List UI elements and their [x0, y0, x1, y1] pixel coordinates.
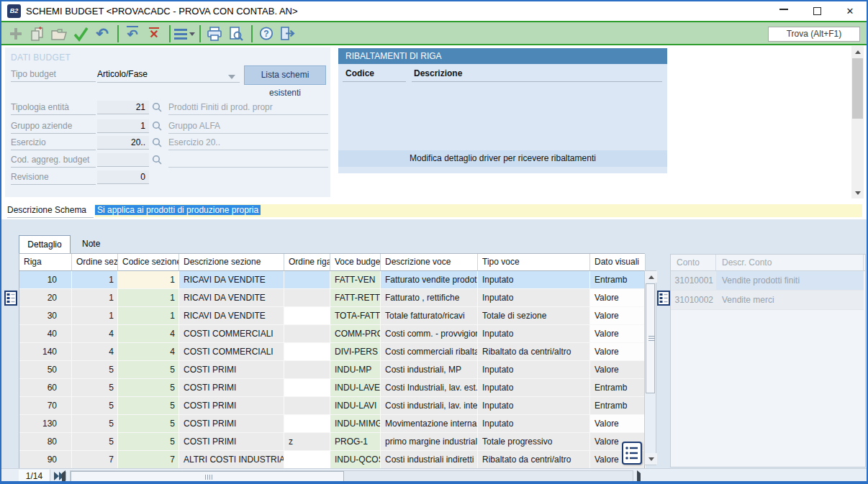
grid-cell[interactable]: COSTI COMMERCIALI: [179, 343, 284, 361]
grid-cell[interactable]: RICAVI DA VENDITE: [179, 271, 284, 289]
grid-cell[interactable]: [284, 271, 330, 289]
grid-cell[interactable]: 5: [72, 361, 118, 379]
grid-column-header[interactable]: Tipo voce: [478, 254, 590, 271]
tab-dettaglio[interactable]: Dettaglio: [19, 235, 71, 253]
grid-cell[interactable]: 30: [19, 307, 72, 325]
grid-cell[interactable]: [284, 397, 330, 415]
table-row[interactable]: 9077ALTRI COSTI INDUSTRIALIINDU-QCOSCost…: [19, 451, 644, 469]
grid-cell[interactable]: z: [284, 433, 330, 451]
grid-cell[interactable]: 5: [72, 379, 118, 397]
grid-cell[interactable]: INDU-MP: [330, 361, 381, 379]
grid-cell[interactable]: Inputato: [478, 379, 590, 397]
grid-cell[interactable]: 140: [19, 343, 72, 361]
find-shortcut[interactable]: Trova (Alt+F1): [768, 27, 860, 42]
grid-cell[interactable]: [284, 307, 330, 325]
revert-icon[interactable]: ↶: [122, 25, 143, 42]
conti-column-header[interactable]: Descr. Conto: [716, 255, 864, 270]
grid-cell[interactable]: PROG-1: [330, 433, 381, 451]
grid-column-header[interactable]: Descrizione sezione: [179, 254, 284, 271]
search-icon[interactable]: [151, 101, 166, 114]
grid-cell[interactable]: Valore: [590, 343, 646, 361]
table-row[interactable]: 13055COSTI PRIMIINDU-MIMGMovimentazione …: [19, 415, 644, 433]
zoom-list-icon[interactable]: [622, 442, 642, 465]
grid-cell[interactable]: 1: [118, 271, 179, 289]
print-preview-icon[interactable]: [226, 25, 246, 42]
grid-cell[interactable]: 4: [72, 343, 118, 361]
grid-column-header[interactable]: Riga: [19, 254, 72, 271]
tab-note[interactable]: Note: [82, 239, 100, 249]
search-icon[interactable]: [151, 137, 166, 150]
grid-cell[interactable]: Ribaltato da centri/altro: [478, 451, 590, 469]
table-row[interactable]: 14044COSTI COMMERCIALIDIVI-PERSCosti com…: [19, 343, 644, 361]
grid-cell[interactable]: INDU-MIMG: [330, 415, 381, 433]
grid-cell[interactable]: Fatturato vendite prodotti: [381, 271, 478, 289]
scroll-down-icon[interactable]: [851, 187, 864, 198]
field-value-input[interactable]: 21: [97, 101, 149, 114]
column-header-codice[interactable]: Codice: [345, 68, 374, 78]
field-value-input[interactable]: 0: [97, 170, 149, 184]
conti-column-header[interactable]: Conto: [671, 255, 716, 270]
column-header-descrizione[interactable]: Descrizione: [414, 68, 462, 78]
grid-cell[interactable]: 80: [19, 433, 72, 451]
grid-cell[interactable]: 5: [118, 379, 179, 397]
grid-cell[interactable]: Costi Industriali, lav. est...: [381, 379, 478, 397]
grid-cell[interactable]: Valore: [590, 325, 646, 343]
grid-cell[interactable]: 7: [118, 451, 179, 469]
table-row[interactable]: 7055COSTI PRIMIINDU-LAVICosti industrial…: [19, 397, 644, 415]
grid-cell[interactable]: 5: [118, 415, 179, 433]
grid-cell[interactable]: Valore: [590, 289, 646, 307]
grid-cell[interactable]: 4: [118, 325, 179, 343]
scrollbar-thumb[interactable]: [646, 283, 655, 393]
grid-column-header[interactable]: Descrizione voce: [381, 254, 478, 271]
new-icon[interactable]: [6, 25, 26, 42]
scrollbar-thumb[interactable]: [71, 471, 344, 482]
scroll-down-icon[interactable]: [645, 453, 657, 465]
grid-cell[interactable]: Valore: [590, 361, 646, 379]
grid-cell[interactable]: COSTI COMMERCIALI: [179, 325, 284, 343]
descr-conto-cell[interactable]: Vendite prodotti finiti: [716, 271, 864, 291]
grid-cell[interactable]: Inputato: [478, 415, 590, 433]
grid-cell[interactable]: Costi industriali, MP: [381, 361, 478, 379]
grid-column-header[interactable]: Voce budget: [330, 254, 381, 271]
tipo-budget-select[interactable]: Articolo/Fase: [97, 69, 240, 83]
grid-vertical-scrollbar[interactable]: [644, 270, 656, 465]
grid-cell[interactable]: RICAVI DA VENDITE: [179, 289, 284, 307]
grid-cell[interactable]: 90: [19, 451, 72, 469]
search-icon[interactable]: [151, 120, 166, 133]
grid-cell[interactable]: RICAVI DA VENDITE: [179, 307, 284, 325]
chevron-down-icon[interactable]: [228, 75, 235, 79]
scroll-right-icon[interactable]: [637, 473, 641, 483]
open-icon[interactable]: [49, 25, 69, 42]
grid-cell[interactable]: 1: [118, 307, 179, 325]
table-row[interactable]: 2011RICAVI DA VENDITEFATT-RETTFatturato …: [19, 289, 644, 307]
undo-icon[interactable]: ↶: [92, 25, 112, 42]
scrollbar-thumb[interactable]: [852, 58, 863, 119]
help-icon[interactable]: ?: [256, 25, 276, 42]
descrizione-schema-input[interactable]: Si applica ai prodotti di produzione pro…: [95, 204, 862, 217]
grid-cell[interactable]: FATT-RETT: [330, 289, 381, 307]
grid-cell[interactable]: COSTI PRIMI: [179, 397, 284, 415]
grid-cell[interactable]: 1: [72, 289, 118, 307]
table-row[interactable]: 1011RICAVI DA VENDITEFATT-VENFatturato v…: [19, 271, 644, 289]
list-item[interactable]: 31010002Vendite merci: [671, 291, 865, 310]
grid-cell[interactable]: 7: [72, 451, 118, 469]
grid-cell[interactable]: Totale di sezione: [478, 307, 590, 325]
scroll-up-icon[interactable]: [645, 271, 657, 283]
grid-cell[interactable]: 4: [118, 343, 179, 361]
field-value-input[interactable]: [97, 153, 149, 167]
grid-cell[interactable]: 1: [72, 307, 118, 325]
table-row[interactable]: 8055COSTI PRIMIzPROG-1primo margine indu…: [19, 433, 644, 451]
grid-cell[interactable]: Entramb: [590, 397, 646, 415]
grid-cell[interactable]: 4: [72, 325, 118, 343]
grid-cell[interactable]: Costi comm. - provvigioni: [381, 325, 478, 343]
grid-cell[interactable]: COSTI PRIMI: [179, 415, 284, 433]
confirm-icon[interactable]: [71, 25, 91, 42]
grid-cell[interactable]: 5: [72, 415, 118, 433]
grid-cell[interactable]: 5: [118, 361, 179, 379]
minimize-button[interactable]: [767, 1, 800, 21]
grid-cell[interactable]: Costi industriali indiretti: [381, 451, 478, 469]
grid-cell[interactable]: 5: [118, 397, 179, 415]
grid-cell[interactable]: 50: [19, 361, 72, 379]
grid-cell[interactable]: Inputato: [478, 361, 590, 379]
grid-cell[interactable]: Totale progressivo: [478, 433, 590, 451]
